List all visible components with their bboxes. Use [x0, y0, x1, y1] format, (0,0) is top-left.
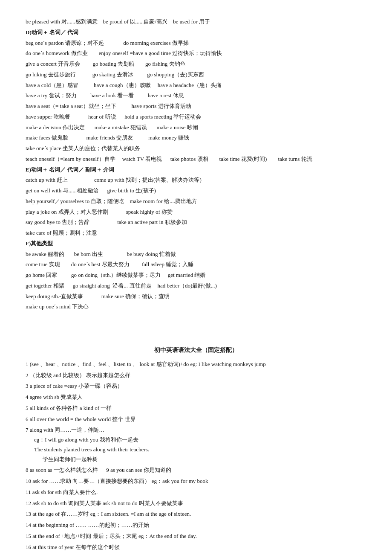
list-item: 16 at this time of year 在每年的这个时候 — [26, 543, 366, 552]
page: be pleased with 对......感到满意 be proud of … — [26, 17, 366, 555]
line-try: have a try 尝试；努力 have a look 看一看 have a … — [26, 91, 366, 101]
item-sub-text: eg：I will go along with you 我将和你一起去 — [26, 436, 138, 443]
list-item: 7 along with 同……一道，伴随… eg：I will go alon… — [26, 425, 366, 464]
list-item: 3 a piece of cake =easy 小菜一碟（容易） — [26, 381, 366, 391]
item-text: 2 （比较级 and 比较级） 表示越来越怎么样 — [26, 372, 130, 378]
list-item: 17 be /feel confident of sth /that claus… — [26, 553, 366, 555]
line-cold: have a cold（患）感冒 have a cough（患）咳嗽 have … — [26, 81, 366, 90]
item-text: 4 agree with sb 赞成某人 — [26, 394, 83, 400]
section-divider — [26, 322, 366, 335]
item-text: 13 at the age of 在……岁时 eg：I am sixteen. … — [26, 511, 191, 517]
line-beg: beg one´s pardon 请原谅；对不起 do morning exer… — [26, 38, 366, 48]
line-e-title: E)动词＋ 名词／ 代词／ 副词＋ 介词 — [26, 165, 366, 175]
list-item: 13 at the age of 在……岁时 eg：I am sixteen. … — [26, 509, 366, 519]
list-item: 5 all kinds of 各种各样 a kind of 一样 — [26, 404, 366, 413]
line-gohome: go home 回家 go on doing（sth.）继续做某事；尽力 get… — [26, 270, 366, 280]
line-f-title: F)其他类型 — [26, 239, 366, 249]
item-text: 12 ask sb to do sth 询问某人某事 ask sb not to… — [26, 500, 183, 506]
list-item: 8 as soon as 一怎么样就怎么样 9 as you can see 你… — [26, 465, 366, 475]
line-playajoke: play a joke on 戏弄人；对人恶作剧 speak highly of… — [26, 207, 366, 217]
list-item: 2 （比较级 and 比较级） 表示越来越怎么样 — [26, 371, 366, 381]
line-helpyourself: help yourself／yourselves to 自取；随便吃 make … — [26, 197, 366, 206]
line-d-title: D)动词＋ 名词／ 代词 — [26, 28, 366, 38]
line-gettogether: get together 相聚 go straight along 沿着...-… — [26, 281, 366, 291]
line-takeplace: take one´s place 坐某人的座位；代替某人的职务 — [26, 144, 366, 154]
grammar-title: 初中英语语法大全（固定搭配） — [26, 345, 366, 355]
item-text: 10 ask for ……求助 向…要…（直接接想要的东西） eg：ask yo… — [26, 478, 208, 484]
item-text: 16 at this time of year 在每年的这个时候 — [26, 544, 120, 550]
item-text: 15 at the end of +地点/+时间 最后；尽头；末尾 eg：At … — [26, 533, 197, 539]
item-sub-text: The students planted trees along with th… — [26, 446, 149, 453]
item-text: 1 (see 、hear 、notice 、find 、feel 、listen… — [26, 361, 266, 367]
item-text: 14 at the beginning of …… ……的起初；……的开始 — [26, 522, 149, 528]
list-item: 4 agree with sb 赞成某人 — [26, 392, 366, 402]
list-item: 1 (see 、hear 、notice 、find 、feel 、listen… — [26, 360, 366, 369]
verb-phrases-section: be pleased with 对......感到满意 be proud of … — [26, 17, 366, 312]
line-takecareof: take care of 照顾；照料；注意 — [26, 228, 366, 238]
list-item: 6 all over the world = the whole world 整… — [26, 415, 366, 424]
line-faces: make faces 做鬼脸 make friends 交朋友 make mon… — [26, 133, 366, 143]
line-seat: have a seat（= take a seat）就坐；坐下 have spo… — [26, 102, 366, 111]
item-text: 6 all over the world = the whole world 整… — [26, 416, 136, 422]
line-concert: give a concert 开音乐会 go boating 去划船 go fi… — [26, 59, 366, 69]
line-awake: be awake 醒着的 be born 出生 be busy doing 忙着… — [26, 250, 366, 259]
line-cometrue: come true 实现 do one´s best 尽最大努力 fall as… — [26, 260, 366, 270]
line-decision: make a decision 作出决定 make a mistake 犯错误 … — [26, 123, 366, 133]
line-homework: do one´s homework 做作业 enjoy oneself =hav… — [26, 49, 366, 58]
item-sub-text: 学生同老师们一起种树 — [26, 456, 98, 462]
list-item: 10 ask for ……求助 向…要…（直接接想要的东西） eg：ask yo… — [26, 477, 366, 486]
line-keepdoing: keep doing sth.-直做某事 make sure 确保；确认；查明 — [26, 292, 366, 302]
list-item: 12 ask sb to do sth 询问某人某事 ask sb not to… — [26, 499, 366, 509]
line-makeupmind: make up one´s mind 下决心 — [26, 302, 366, 312]
item-text: 5 all kinds of 各种各样 a kind of 一样 — [26, 405, 112, 411]
list-item: 15 at the end of +地点/+时间 最后；尽头；末尾 eg：At … — [26, 532, 366, 541]
line-pleased: be pleased with 对......感到满意 be proud of … — [26, 17, 366, 27]
grammar-list: 1 (see 、hear 、notice 、find 、feel 、listen… — [26, 360, 366, 555]
item-text: 11 ask sb for sth 向某人要什么. — [26, 489, 98, 495]
line-catchup: catch up with 赶上 come up with 找到；提出(答案、解… — [26, 175, 366, 185]
line-teach: teach oneself（=learn by oneself）自学 watch… — [26, 154, 366, 164]
item-text: 3 a piece of cake =easy 小菜一碟（容易） — [26, 383, 123, 389]
line-saygoodbye: say good bye to 告别；告辞 take an active par… — [26, 218, 366, 227]
list-item: 14 at the beginning of …… ……的起初；……的开始 — [26, 520, 366, 530]
grammar-section: 初中英语语法大全（固定搭配） 1 (see 、hear 、notice 、fin… — [26, 345, 366, 555]
list-item: 11 ask sb for sth 向某人要什么. — [26, 488, 366, 497]
item-text: 8 as soon as 一怎么样就怎么样 9 as you can see 你… — [26, 467, 171, 473]
line-hiking: go hiking 去徒步旅行 go skating 去滑冰 go shoppi… — [26, 70, 366, 80]
item-text: 7 along with 同……一道，伴随… — [26, 427, 104, 433]
line-getonwell: get on well with 与......相处融洽 give birth … — [26, 186, 366, 196]
line-supper: have supper 吃晚餐 hear of 听说 hold a sports… — [26, 112, 366, 122]
